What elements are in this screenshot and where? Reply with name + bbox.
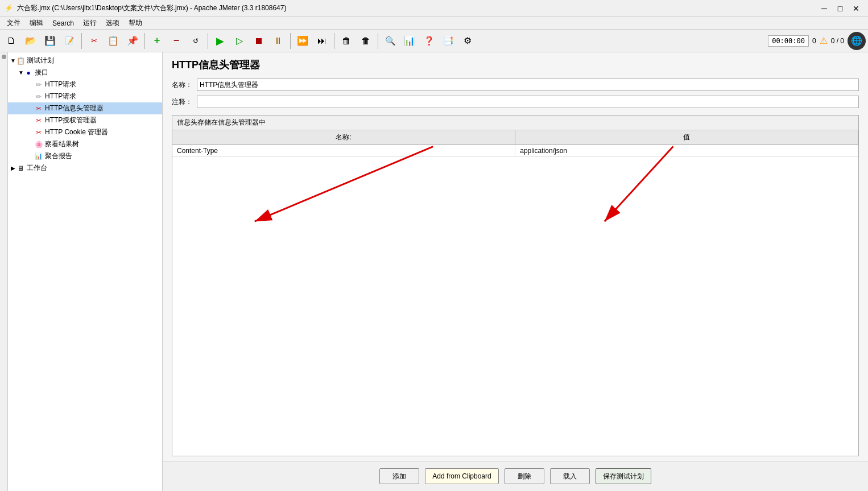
function-helper-button[interactable]: 📊 [400, 32, 419, 50]
http-header-icon: ✂ [34, 104, 43, 113]
right-panel: HTTP信息头管理器 名称： 注释： 信息头存储在信息头管理器中 名称: 值 [163, 52, 868, 491]
menu-bar: 文件 编辑 Search 运行 选项 帮助 [0, 17, 868, 30]
tree-item-view-results[interactable]: ▶ 🌸 察看结果树 [8, 138, 162, 150]
copy-button[interactable]: 📋 [104, 32, 122, 50]
test-plan-icon: 📋 [16, 56, 25, 65]
toggle-button[interactable]: ↺ [187, 32, 205, 50]
add-button[interactable]: 添加 [379, 468, 419, 484]
properties-button[interactable]: ⚙ [458, 32, 477, 50]
row-name: Content-Type [172, 145, 515, 157]
tree-item-http2[interactable]: ▶ ✏ HTTP请求 [8, 90, 162, 102]
menu-search[interactable]: Search [48, 18, 78, 28]
start-button[interactable]: ▶ [211, 32, 229, 50]
window-controls: ─ □ ✕ [817, 3, 863, 14]
title-bar: ⚡ 六合彩.jmx (C:\Users\jltx1\Desktop\文案文件\六… [0, 0, 868, 17]
close-button[interactable]: ✕ [849, 3, 863, 14]
paste-button[interactable]: 📌 [123, 32, 142, 50]
headers-table: 名称: 值 Content-Type application/json [172, 130, 858, 157]
minimize-button[interactable]: ─ [817, 3, 832, 14]
toolbar-sep-6 [378, 33, 378, 49]
load-button[interactable]: 载入 [550, 468, 590, 484]
tree-label-http-cookie: HTTP Cookie 管理器 [45, 127, 108, 137]
http-auth-icon: ✂ [34, 116, 43, 125]
warning-count: 0 [812, 37, 816, 45]
comment-input[interactable] [197, 96, 859, 108]
tree-item-http-header[interactable]: ▶ ✂ HTTP信息头管理器 [8, 102, 162, 114]
name-input[interactable] [197, 79, 859, 91]
open-button[interactable]: 📂 [22, 32, 40, 50]
tree-label-http-auth: HTTP授权管理器 [45, 115, 97, 125]
remote-start-button[interactable]: ⏩ [294, 32, 312, 50]
clear-button[interactable]: 🗑 [337, 32, 356, 50]
svg-line-3 [605, 147, 673, 222]
expand-button[interactable]: + [148, 32, 166, 50]
clear-all-button[interactable]: 🗑 [357, 32, 375, 50]
warning-icon: ⚠ [820, 35, 828, 46]
tree-panel: ▼ 📋 测试计划 ▼ ● 接口 ▶ ✏ HTTP请求 ▶ ✏ HTTP请求 ▶ … [8, 52, 163, 491]
toolbar: 🗋 📂 💾 📝 ✂ 📋 📌 + − ↺ ▶ ▷ ⏹ ⏸ ⏩ ⏭ 🗑 🗑 🔍 📊 … [0, 30, 868, 52]
shutdown-button[interactable]: ⏸ [269, 32, 287, 50]
table-section: 信息头存储在信息头管理器中 名称: 值 Content-Type applica… [172, 115, 859, 456]
window-title: 六合彩.jmx (C:\Users\jltx1\Desktop\文案文件\六合彩… [17, 3, 817, 13]
svg-line-2 [255, 147, 433, 222]
template-button[interactable]: 📑 [439, 32, 457, 50]
menu-edit[interactable]: 编辑 [25, 17, 48, 29]
tree-label-interface: 接口 [35, 68, 48, 77]
toolbar-sep-5 [334, 33, 334, 49]
button-bar: 添加 Add from Clipboard 删除 载入 保存测试计划 [163, 461, 868, 491]
tree-item-workbench[interactable]: ▶ 🖥 工作台 [8, 162, 162, 174]
interface-icon: ● [24, 68, 33, 77]
tree-item-http1[interactable]: ▶ ✏ HTTP请求 [8, 79, 162, 90]
col-header-value: 值 [515, 130, 858, 145]
toolbar-sep-2 [144, 33, 145, 49]
tree-label-http2: HTTP请求 [45, 92, 76, 101]
agg-report-icon: 📊 [34, 152, 43, 161]
add-clipboard-button[interactable]: Add from Clipboard [425, 468, 498, 484]
http2-icon: ✏ [34, 92, 43, 101]
toolbar-sep-3 [208, 33, 208, 49]
expand-arrow-interface: ▼ [18, 70, 24, 76]
tree-label-workbench: 工作台 [27, 163, 47, 173]
tree-item-interface[interactable]: ▼ ● 接口 [8, 67, 162, 79]
menu-file[interactable]: 文件 [2, 17, 25, 29]
help-button[interactable]: ❓ [420, 32, 438, 50]
maximize-button[interactable]: □ [833, 3, 848, 14]
menu-help[interactable]: 帮助 [124, 17, 147, 29]
table-row[interactable]: Content-Type application/json [172, 145, 858, 157]
stop-button[interactable]: ⏹ [250, 32, 268, 50]
save-plan-button[interactable]: 保存测试计划 [596, 468, 651, 484]
save-button[interactable]: 💾 [41, 32, 59, 50]
edge-dot-1 [2, 55, 6, 59]
left-edge-bar [0, 52, 8, 491]
tree-item-test-plan[interactable]: ▼ 📋 测试计划 [8, 55, 162, 67]
tree-label-http-header: HTTP信息头管理器 [45, 104, 104, 113]
row-value: application/json [515, 145, 858, 157]
start-no-pause-button[interactable]: ▷ [230, 32, 249, 50]
tree-label-test-plan: 测试计划 [27, 56, 54, 65]
col-header-name: 名称: [172, 130, 515, 145]
tree-item-http-auth[interactable]: ▶ ✂ HTTP授权管理器 [8, 114, 162, 126]
toolbar-sep-4 [290, 33, 291, 49]
search-button[interactable]: 🔍 [381, 32, 399, 50]
save-as-button[interactable]: 📝 [60, 32, 78, 50]
panel-title: HTTP信息头管理器 [163, 52, 868, 76]
tree-label-http1: HTTP请求 [45, 80, 76, 89]
comment-label: 注释： [172, 97, 192, 107]
cut-button[interactable]: ✂ [85, 32, 103, 50]
toolbar-sep-1 [81, 33, 82, 49]
error-counter: 0 / 0 [831, 37, 844, 45]
menu-run[interactable]: 运行 [78, 17, 101, 29]
new-button[interactable]: 🗋 [2, 32, 20, 50]
remote-stop-button[interactable]: ⏭ [313, 32, 331, 50]
workbench-icon: 🖥 [16, 164, 25, 173]
view-results-icon: 🌸 [34, 140, 43, 149]
name-label: 名称： [172, 80, 192, 90]
globe-button[interactable]: 🌐 [848, 32, 866, 50]
collapse-button[interactable]: − [167, 32, 185, 50]
tree-item-agg-report[interactable]: ▶ 📊 聚合报告 [8, 150, 162, 162]
http1-icon: ✏ [34, 80, 43, 89]
table-section-title: 信息头存储在信息头管理器中 [172, 115, 858, 130]
delete-button[interactable]: 删除 [505, 468, 544, 484]
menu-options[interactable]: 选项 [101, 17, 124, 29]
tree-item-http-cookie[interactable]: ▶ ✂ HTTP Cookie 管理器 [8, 126, 162, 138]
